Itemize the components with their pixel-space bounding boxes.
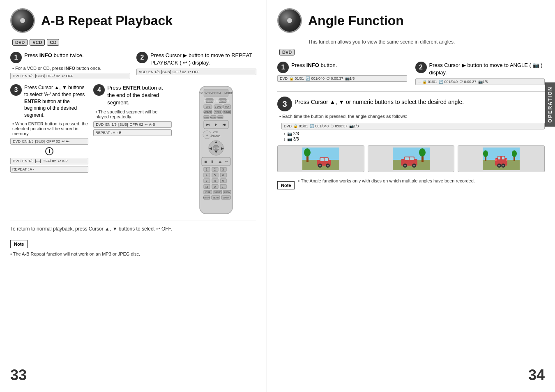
step2-number: 2 xyxy=(136,52,148,63)
step4-status: DVD EN 1/3 [SUB] OFF/ 02 ↩ A-B xyxy=(93,121,171,128)
svg-text:⏵: ⏵ xyxy=(214,122,218,127)
angle-label-2-3: ↑ 📷 2/3 xyxy=(283,131,545,136)
step3-block: 3 Press Cursor ▲, ▼ buttons to select 'A… xyxy=(10,84,88,173)
right-step3-block: 3 Press Cursor ▲, ▼ or numeric buttons t… xyxy=(277,97,545,119)
step1-block: 1 Press INFO button twice. • For a VCD o… xyxy=(10,52,130,79)
angle-label-3-3: ↓ 📷 3/3 xyxy=(283,137,545,141)
svg-point-85 xyxy=(304,148,311,157)
note-section-left: Note • The A-B Repeat function will not … xyxy=(10,236,256,256)
right-page: OPERATION Angle Function This function a… xyxy=(267,0,555,392)
svg-text:GROSS: GROSS xyxy=(214,191,222,194)
svg-text:+: + xyxy=(206,134,208,137)
svg-text:-/--: -/-- xyxy=(221,186,225,188)
svg-point-123 xyxy=(502,165,504,166)
step1-status: DVD EN 1/3 [SUB] OFF/ 02 ↩ OFF xyxy=(10,73,130,79)
svg-point-93 xyxy=(327,165,329,166)
svg-text:8: 8 xyxy=(214,180,216,182)
step1-text: Press INFO button twice. xyxy=(24,52,84,59)
left-title-section: A-B Repeat Playback xyxy=(10,8,256,33)
divider-left xyxy=(10,221,256,221)
step4-number: 4 xyxy=(93,84,105,96)
disc-icon-right xyxy=(277,8,302,33)
svg-text:⏸: ⏸ xyxy=(210,160,214,164)
svg-point-105 xyxy=(404,165,406,166)
disc-icon-left xyxy=(10,8,35,33)
svg-point-111 xyxy=(483,150,488,157)
divider-right xyxy=(277,91,545,92)
badge-vcd: VCD xyxy=(30,39,45,46)
svg-text:CH/NO: CH/NO xyxy=(211,135,221,138)
step3-status1: DVD EN 1/3 [SUB] OFF/ 02 ↩ A- xyxy=(10,138,88,145)
svg-rect-119 xyxy=(506,159,507,161)
svg-text:SPEED/SEL: SPEED/SEL xyxy=(204,100,215,102)
badge-dvd: DVD xyxy=(12,39,28,46)
format-badges-right: DVD xyxy=(279,49,545,55)
svg-text:⏹: ⏹ xyxy=(204,160,207,164)
right-page-title: Angle Function xyxy=(308,13,404,28)
svg-text:BEFORE: BEFORE xyxy=(210,116,217,118)
step1-number: 1 xyxy=(10,52,22,63)
right-step2-text: Press Cursor ▶ button to move to ANGLE (… xyxy=(429,62,545,76)
note-label-right: Note xyxy=(277,181,295,189)
badge-cd: CD xyxy=(47,39,59,46)
operation-tab: OPERATION xyxy=(545,82,555,127)
svg-text:REPEAT: REPEAT xyxy=(217,116,223,118)
angle-img-2 xyxy=(368,145,455,172)
right-subtitle: This function allows you to view the sam… xyxy=(308,39,545,45)
page-number-right: 34 xyxy=(528,367,545,384)
right-step2-status: ... 🔒 01/01 🔄 001/040 ⏱ 0:00:37 📷1/5 xyxy=(415,78,545,85)
return-note: To return to normal playback, press Curs… xyxy=(10,226,256,232)
left-page-title: A-B Repeat Playback xyxy=(41,13,173,28)
step3-repeat: REPEAT : A~ xyxy=(10,166,88,173)
svg-text:⏭: ⏭ xyxy=(222,122,226,127)
angle-img-3 xyxy=(458,145,545,172)
right-step1-status: DVD 🔒 01/01 🔄 001/040 ⏱ 0:00:37 📷1/5 xyxy=(277,75,407,82)
note-text-right: • The Angle function works only with dis… xyxy=(298,178,474,183)
svg-text:⏮: ⏮ xyxy=(206,122,210,127)
right-step3-text: Press Cursor ▲, ▼ or numeric buttons to … xyxy=(295,97,464,106)
svg-text:0: 0 xyxy=(214,185,216,188)
right-step3-note: • Each time the button is pressed, the a… xyxy=(279,114,545,119)
svg-text:⏏: ⏏ xyxy=(219,160,222,164)
svg-text:TV DVD/VCR/SA... MODE: TV DVD/VCR/SA... MODE xyxy=(199,92,233,95)
svg-rect-101 xyxy=(405,157,409,160)
step2-block: 2 Press Cursor ▶ button to move to REPEA… xyxy=(136,52,256,79)
svg-point-98 xyxy=(419,148,426,157)
svg-text:◀: ◀ xyxy=(209,146,212,150)
step3-text: Press Cursor ▲, ▼ buttons to select 'A-'… xyxy=(24,84,88,119)
step3-status2: DVD EN 1/3 [---] OFF/ 02 ↩ A-? xyxy=(10,158,88,164)
note-section-right: Note • The Angle function works only wit… xyxy=(277,177,545,191)
step2-text: Press Cursor ▶ button to move to REPEAT … xyxy=(150,52,256,67)
step3-note1: • When ENTER button is pressed, the sele… xyxy=(12,121,88,136)
svg-rect-118 xyxy=(495,159,497,161)
svg-text:1: 1 xyxy=(206,168,207,171)
svg-text:VCR2: VCR2 xyxy=(215,111,221,113)
note-text-left: • The A-B Repeat function will not work … xyxy=(10,251,256,256)
right-step2-number: 2 xyxy=(415,62,427,73)
right-step1-number: 1 xyxy=(277,62,289,73)
right-step3-number: 3 xyxy=(277,97,292,111)
svg-text:TUNER: TUNER xyxy=(223,111,231,113)
svg-point-106 xyxy=(413,165,415,166)
svg-text:C-DVD: C-DVD xyxy=(215,106,221,108)
info-circle-icon: i xyxy=(45,147,53,155)
svg-rect-89 xyxy=(325,158,328,161)
step4-block: 4 Press ENTER button at the end of the d… xyxy=(93,84,171,173)
step4-text: Press ENTER button at the end of the des… xyxy=(107,84,171,107)
svg-text:↩: ↩ xyxy=(225,160,228,164)
svg-text:▶: ▶ xyxy=(221,146,223,150)
svg-text:VOL: VOL xyxy=(213,131,219,134)
svg-text:7: 7 xyxy=(206,180,207,182)
svg-text:10: 10 xyxy=(205,186,208,188)
svg-text:▲: ▲ xyxy=(214,140,218,144)
step1-note: • For a VCD or CD, press INFO button onc… xyxy=(12,66,130,71)
svg-text:DVD: DVD xyxy=(206,106,210,108)
svg-text:6: 6 xyxy=(222,174,224,177)
step2-status: VCD EN 1/3 [SUB] OFF/ 02 ↩ OFF xyxy=(136,69,256,75)
step3-number: 3 xyxy=(10,84,22,96)
step4-note: • The specified segment will be played r… xyxy=(95,109,171,119)
angle-status-area: DVD 🔒 01/01 🔄 001/040 ⏱ 0:00:37 📷1/3 ↑ 📷… xyxy=(281,123,545,141)
svg-text:12/MIN: 12/MIN xyxy=(223,196,230,199)
svg-rect-88 xyxy=(320,158,324,161)
svg-point-113 xyxy=(512,150,517,157)
